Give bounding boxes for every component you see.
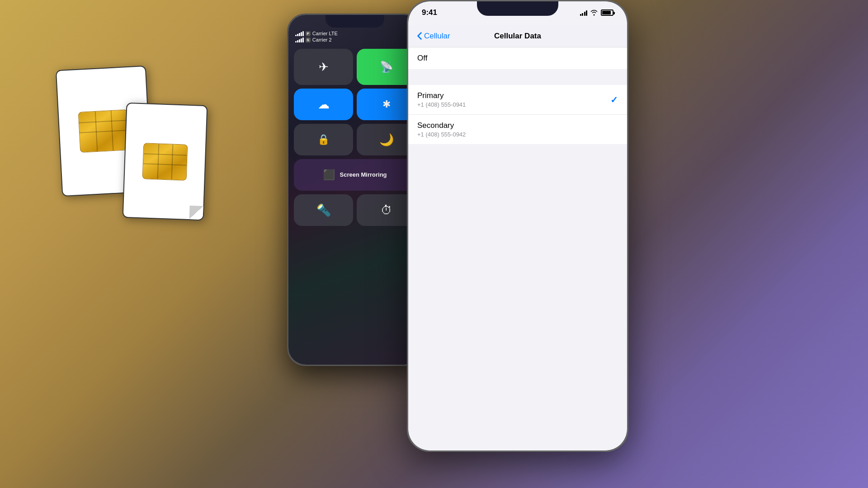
phone2-signal-icon: [580, 9, 588, 16]
bluetooth-icon: ✱: [382, 99, 391, 110]
primary-number: +1 (408) 555-0941: [417, 101, 466, 108]
back-button[interactable]: Cellular: [417, 32, 450, 41]
wifi-button[interactable]: ☁: [294, 89, 353, 120]
carrier2-badge: S: [306, 38, 311, 42]
carrier-info: P Carrier LTE S Carrier 2: [295, 31, 338, 42]
phone2-power-button: [627, 74, 628, 114]
airplane-icon: ✈: [319, 60, 329, 74]
sim-chip-2: [142, 143, 188, 180]
flashlight-button[interactable]: 🔦: [294, 194, 353, 226]
moon-icon: 🌙: [379, 133, 394, 147]
back-label: Cellular: [424, 32, 450, 41]
carrier1-badge: P: [306, 31, 311, 36]
navigation-bar: Cellular Cellular Data: [408, 25, 627, 47]
screen-mirror-button[interactable]: ⬛ Screen Mirroring: [294, 159, 416, 191]
carrier1-name: Carrier LTE: [312, 31, 338, 36]
settings-section-sims: Primary +1 (408) 555-0941 ✓ Secondary +1…: [408, 85, 627, 144]
screen-mirror-icon: ⬛: [323, 169, 335, 181]
phone-settings: 9:41: [407, 0, 628, 452]
off-row[interactable]: Off: [408, 47, 627, 69]
phone-control-center: P Carrier LTE S Carrier 2: [287, 14, 423, 366]
phone1-notch: [326, 15, 384, 28]
off-label: Off: [417, 54, 427, 63]
primary-label: Primary: [417, 91, 466, 100]
carrier1-signal-icon: [295, 31, 304, 36]
phone2-status-icons: [580, 9, 614, 16]
page-title: Cellular Data: [494, 32, 541, 41]
phone2-time: 9:41: [422, 8, 437, 17]
carrier2-signal-icon: [295, 37, 304, 42]
phone1-status-bar: P Carrier LTE S Carrier 2: [295, 31, 415, 42]
cellular-icon: 📡: [380, 61, 393, 73]
timer-icon: ⏱: [381, 203, 392, 217]
carrier-2-row: S Carrier 2: [295, 37, 338, 42]
secondary-number: +1 (408) 555-0942: [417, 131, 466, 138]
settings-section-off: Off: [408, 47, 627, 69]
wifi-icon: ☁: [318, 98, 330, 112]
secondary-label: Secondary: [417, 121, 466, 130]
sim-cards-area: [36, 68, 271, 294]
primary-checkmark: ✓: [610, 94, 618, 105]
secondary-row[interactable]: Secondary +1 (408) 555-0942: [408, 115, 627, 144]
battery-icon: [601, 9, 613, 16]
back-chevron-icon: [417, 32, 422, 40]
primary-row[interactable]: Primary +1 (408) 555-0941 ✓: [408, 85, 627, 115]
screen-mirror-label: Screen Mirroring: [340, 171, 387, 179]
phone2-screen: 9:41: [408, 1, 627, 450]
control-center: ✈ 📡 ☁ ✱ 🔒 🌙: [294, 49, 416, 226]
airplane-mode-button[interactable]: ✈: [294, 49, 353, 85]
phone1-screen: P Carrier LTE S Carrier 2: [288, 15, 421, 365]
carrier-1-row: P Carrier LTE: [295, 31, 338, 36]
sim-chip-1: [78, 109, 130, 153]
sim-card-2: [123, 103, 208, 221]
section-separator-1: [408, 69, 627, 85]
orientation-lock-button[interactable]: 🔒: [294, 124, 353, 155]
flashlight-icon: 🔦: [316, 203, 331, 217]
orientation-lock-icon: 🔒: [317, 134, 330, 145]
settings-content: Off Primary +1 (408) 555-0941 ✓ Secondar…: [408, 47, 627, 450]
wifi-status-icon: [590, 9, 598, 16]
carrier2-name: Carrier 2: [312, 37, 332, 42]
phone2-notch: [477, 1, 558, 16]
